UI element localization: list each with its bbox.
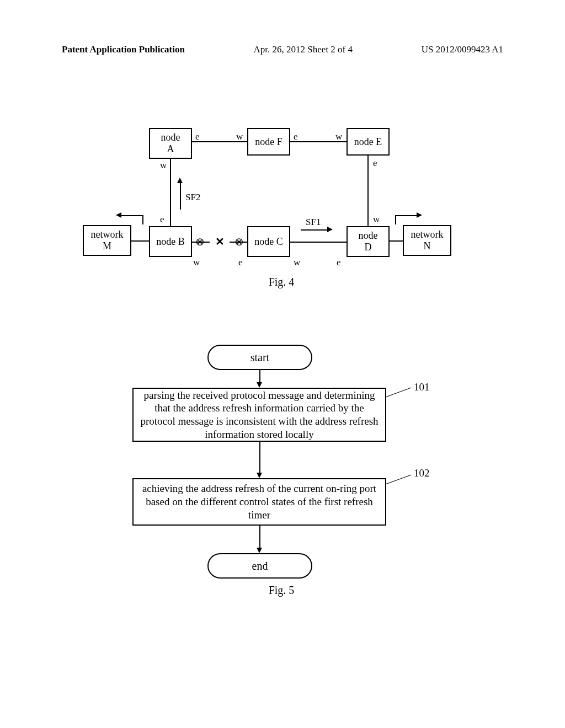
- flow-step-101: parsing the received protocol message an…: [132, 388, 386, 442]
- fault-icon: ✕: [215, 235, 225, 248]
- node-b: node B: [149, 226, 192, 257]
- ref-line-102: [386, 475, 411, 484]
- blocked-port-b-w-icon: ⊗: [195, 235, 205, 248]
- port-a-w: w: [160, 160, 167, 171]
- sf2-label: SF2: [185, 192, 200, 203]
- port-f-w: w: [236, 131, 243, 142]
- link-c-d: [290, 242, 347, 243]
- path-m-arrowhead-icon: [116, 212, 121, 218]
- network-n: network N: [403, 225, 451, 256]
- flow-arrow-2: [259, 442, 260, 474]
- publication-type: Patent Application Publication: [62, 44, 185, 55]
- node-f-label: node F: [255, 136, 282, 148]
- blocked-port-c-e-icon: ⊗: [234, 235, 244, 248]
- figure-4: node A node F node E node B node C node …: [83, 116, 480, 287]
- sf1-arrowhead-icon: [327, 227, 333, 232]
- sf1-label: SF1: [306, 217, 321, 228]
- node-c-label: node C: [254, 236, 283, 248]
- publication-number: US 2012/0099423 A1: [422, 44, 503, 55]
- node-d-label: node D: [359, 230, 378, 253]
- flow-end-label: end: [252, 560, 268, 572]
- figure-5-caption: Fig. 5: [269, 584, 295, 597]
- flow-end: end: [207, 553, 312, 579]
- port-d-w: w: [373, 214, 380, 225]
- ref-line-101: [386, 388, 411, 397]
- node-e: node E: [347, 128, 390, 156]
- port-d-e: e: [337, 257, 341, 268]
- path-m-hook-h: [121, 215, 143, 216]
- flow-start: start: [207, 345, 312, 370]
- node-b-label: node B: [156, 236, 185, 248]
- flow-step-102-text: achieving the address refresh of the cur…: [139, 482, 380, 521]
- node-f: node F: [247, 128, 290, 156]
- port-e-w: w: [335, 131, 342, 142]
- page-header: Patent Application Publication Apr. 26, …: [0, 44, 565, 55]
- node-c: node C: [247, 226, 290, 257]
- flow-arrowhead-3-icon: [257, 548, 262, 553]
- port-c-e: e: [238, 257, 243, 268]
- flow-start-label: start: [250, 351, 269, 364]
- node-a: node A: [149, 128, 192, 159]
- sf2-arrow-shaft: [180, 182, 181, 210]
- network-m-label: network M: [91, 229, 124, 251]
- flow-arrow-3: [259, 526, 260, 549]
- flow-arrowhead-1-icon: [257, 382, 262, 388]
- link-d-n: [390, 240, 403, 242]
- port-a-e: e: [195, 131, 200, 142]
- path-n-arrowhead-icon: [417, 212, 422, 218]
- figure-5: start parsing the received protocol mess…: [121, 345, 441, 609]
- node-a-label: node A: [161, 132, 180, 154]
- flow-arrowhead-2-icon: [257, 473, 262, 478]
- port-e-e: e: [373, 158, 377, 169]
- ref-label-101: 101: [414, 381, 430, 393]
- path-n-hook-h: [395, 215, 417, 216]
- link-m-b: [131, 240, 149, 242]
- node-d: node D: [347, 226, 390, 257]
- network-m: network M: [83, 225, 131, 256]
- network-n-label: network N: [411, 229, 444, 251]
- figure-4-caption: Fig. 4: [269, 276, 295, 288]
- link-e-d: [367, 156, 369, 226]
- port-c-w: w: [294, 257, 300, 268]
- path-n-hook-v: [395, 215, 396, 224]
- flow-step-102: achieving the address refresh of the cur…: [132, 478, 386, 526]
- port-b-e: e: [160, 214, 164, 225]
- sf1-arrow-shaft: [301, 229, 327, 231]
- flow-step-101-text: parsing the received protocol message an…: [139, 389, 380, 441]
- flow-arrow-1: [259, 370, 260, 383]
- link-a-b: [170, 159, 171, 226]
- sf2-arrowhead-icon: [177, 178, 183, 183]
- port-f-e: e: [294, 131, 298, 142]
- node-e-label: node E: [354, 136, 382, 148]
- port-b-w: w: [193, 257, 200, 268]
- ref-label-102: 102: [414, 467, 430, 479]
- sheet-info: Apr. 26, 2012 Sheet 2 of 4: [254, 44, 353, 55]
- path-m-hook-v: [142, 215, 143, 224]
